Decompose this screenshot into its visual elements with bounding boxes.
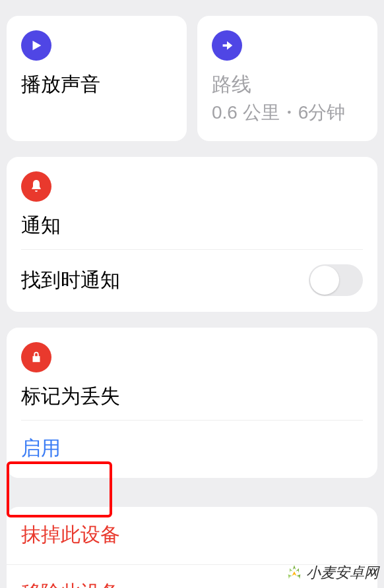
notifications-title: 通知 — [21, 214, 363, 237]
watermark-logo-icon — [285, 564, 304, 582]
erase-device-button[interactable]: 抹掉此设备 — [7, 507, 377, 564]
notify-when-found-toggle[interactable] — [309, 264, 363, 296]
watermark-text: 小麦安卓网 — [306, 563, 379, 583]
directions-card[interactable]: 路线 0.6 公里・6分钟 — [197, 16, 377, 141]
play-sound-label: 播放声音 — [21, 73, 172, 96]
mark-as-lost-title: 标记为丢失 — [21, 384, 363, 408]
bell-icon — [21, 171, 51, 202]
directions-icon — [205, 24, 248, 67]
directions-sub: 0.6 公里・6分钟 — [212, 100, 363, 125]
play-sound-card[interactable]: 播放声音 — [7, 16, 187, 141]
mark-as-lost-card: 标记为丢失 启用 — [7, 328, 377, 478]
notifications-card: 通知 找到时通知 — [7, 157, 377, 312]
watermark: 小麦安卓网 — [285, 563, 379, 583]
toggle-knob — [310, 266, 339, 295]
lock-icon — [21, 342, 51, 372]
enable-lost-mode-button[interactable]: 启用 — [21, 420, 363, 478]
notify-when-found-label: 找到时通知 — [21, 267, 120, 294]
play-icon — [21, 30, 51, 61]
notify-when-found-row[interactable]: 找到时通知 — [21, 249, 363, 312]
directions-label: 路线 — [212, 73, 363, 96]
